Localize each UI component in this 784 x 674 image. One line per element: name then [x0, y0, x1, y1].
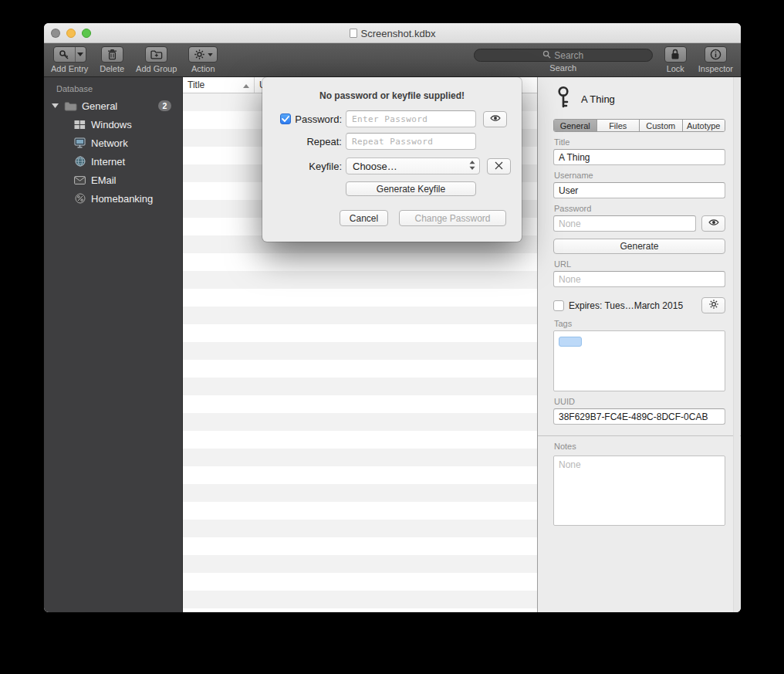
lock-label: Lock — [667, 64, 684, 73]
add-entry-label: Add Entry — [51, 64, 88, 73]
inspector-button[interactable] — [705, 46, 727, 63]
sort-ascending-icon — [243, 80, 249, 90]
sidebar-item-email[interactable]: EMail — [44, 171, 182, 189]
expires-settings-button[interactable] — [701, 297, 725, 313]
monitor-icon — [73, 137, 86, 150]
change-password-button[interactable]: Change Password — [399, 210, 506, 226]
minimize-button[interactable] — [66, 29, 76, 38]
close-button[interactable] — [51, 29, 60, 38]
sidebar-item-label: Network — [91, 137, 182, 149]
lock-button[interactable] — [664, 46, 687, 63]
dialog-password-label: Password: — [295, 113, 342, 125]
tab-general[interactable]: General — [554, 120, 597, 131]
sidebar-section-header: Database — [44, 77, 182, 97]
popup-stepper-icon — [468, 160, 476, 173]
search-toolbar-item: Search Search — [474, 49, 653, 73]
username-field[interactable] — [553, 182, 725, 198]
document-icon — [350, 29, 357, 38]
tags-box[interactable] — [553, 330, 725, 391]
app-window: Screenshot.kdbx Add Entry — [44, 23, 741, 612]
password-field-label: Password — [554, 204, 725, 213]
globe-icon — [73, 155, 86, 168]
info-icon — [710, 49, 721, 60]
divider — [538, 435, 741, 436]
password-field[interactable] — [553, 215, 696, 232]
action-label: Action — [191, 64, 215, 73]
add-group-button[interactable] — [145, 46, 167, 63]
sidebar-item-label: Windows — [91, 119, 182, 130]
search-label: Search — [549, 63, 576, 73]
password-checkbox[interactable] — [280, 113, 291, 124]
notes-field[interactable] — [553, 456, 725, 526]
url-field[interactable] — [553, 271, 725, 287]
title-field[interactable] — [553, 149, 725, 165]
sidebar-item-windows[interactable]: Windows — [44, 115, 182, 134]
eye-icon — [708, 218, 720, 229]
close-x-icon — [495, 161, 503, 172]
generate-keyfile-button[interactable]: Generate Keyfile — [346, 181, 476, 196]
tab-custom[interactable]: Custom — [640, 120, 683, 131]
expires-checkbox[interactable] — [553, 300, 564, 311]
dialog-keyfile-label: Keyfile: — [309, 161, 342, 172]
toolbar: Add Entry Delete Add Group — [44, 43, 741, 77]
tags-label: Tags — [554, 319, 725, 328]
action-button[interactable] — [188, 46, 218, 63]
uuid-label: UUID — [554, 397, 725, 406]
entry-title: A Thing — [581, 93, 615, 105]
tag-token[interactable] — [559, 337, 582, 347]
sidebar-item-label: General — [82, 100, 158, 112]
inspector-scrollbar[interactable] — [733, 77, 740, 612]
inspector-label: Inspector — [698, 64, 733, 73]
column-title-label: Title — [188, 80, 204, 90]
dialog-repeat-input[interactable] — [346, 133, 476, 150]
add-entry-toolbar-item: Add Entry — [51, 46, 88, 73]
dialog-repeat-label: Repeat: — [306, 136, 342, 147]
search-input[interactable]: Search — [474, 49, 653, 62]
key-plus-icon — [54, 47, 76, 62]
add-group-label: Add Group — [136, 64, 177, 73]
show-password-button[interactable] — [701, 215, 725, 232]
generate-password-button[interactable]: Generate — [553, 239, 725, 254]
username-field-label: Username — [554, 171, 725, 180]
sidebar-item-general[interactable]: General 2 — [44, 97, 182, 115]
action-toolbar-item: Action — [188, 46, 218, 73]
tab-autotype[interactable]: Autotype — [683, 120, 725, 131]
sidebar: Database General 2 Windows — [44, 77, 183, 612]
add-entry-button[interactable] — [53, 46, 86, 63]
title-field-label: Title — [554, 137, 725, 147]
uuid-field[interactable] — [553, 408, 725, 425]
delete-label: Delete — [100, 64, 124, 73]
zoom-button[interactable] — [82, 29, 91, 38]
dialog-message: No password or keyfile supplied! — [262, 90, 522, 101]
delete-toolbar-item: Delete — [100, 46, 124, 73]
keyfile-popup[interactable]: Choose… — [346, 157, 480, 174]
sidebar-item-internet[interactable]: Internet — [44, 152, 182, 171]
tab-files[interactable]: Files — [597, 120, 640, 131]
disclosure-triangle-icon[interactable] — [50, 103, 59, 108]
keyfile-popup-value: Choose… — [353, 161, 468, 172]
sidebar-item-label: Homebanking — [91, 193, 182, 205]
folder-icon — [64, 100, 77, 113]
chevron-down-icon[interactable] — [76, 47, 86, 62]
cancel-button[interactable]: Cancel — [340, 210, 388, 226]
column-header-title[interactable]: Title — [183, 77, 255, 93]
search-placeholder: Search — [554, 50, 583, 61]
notes-label: Notes — [554, 442, 725, 451]
sidebar-item-label: EMail — [91, 174, 182, 186]
titlebar: Screenshot.kdbx — [44, 23, 741, 43]
traffic-lights — [51, 29, 91, 38]
inspector-toolbar-item: Inspector — [698, 46, 733, 73]
lock-toolbar-item: Lock — [664, 46, 687, 73]
gear-icon — [194, 49, 205, 60]
sidebar-item-network[interactable]: Network — [44, 134, 182, 152]
inspector-header: A Thing — [555, 86, 725, 112]
dialog-show-password-button[interactable] — [483, 111, 507, 127]
sidebar-item-homebanking[interactable]: Homebanking — [44, 189, 182, 208]
add-group-toolbar-item: Add Group — [136, 46, 177, 73]
inspector-tabs: General Files Custom Autotype — [553, 119, 725, 132]
delete-button[interactable] — [101, 46, 123, 63]
change-password-dialog: No password or keyfile supplied! Passwor… — [262, 77, 522, 242]
clear-keyfile-button[interactable] — [487, 158, 511, 174]
window-title-text: Screenshot.kdbx — [361, 28, 436, 39]
dialog-password-input[interactable] — [346, 110, 476, 127]
